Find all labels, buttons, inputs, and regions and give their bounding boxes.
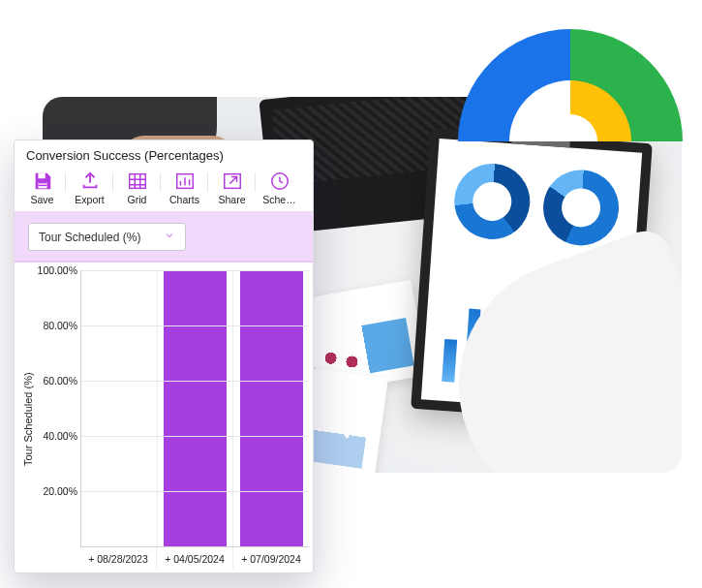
plot-grid: 20.00%40.00%60.00%80.00%100.00% [80,270,309,547]
x-tick-label[interactable]: + 07/09/2024 [233,547,309,569]
schedule-button[interactable]: Sche… [256,169,303,205]
y-tick-label: 40.00% [33,430,77,442]
charts-label: Charts [161,194,208,205]
x-tick-label[interactable]: + 08/28/2023 [80,547,157,569]
panel-title: Conversion Success (Percentages) [15,140,313,169]
x-axis: + 08/28/2023+ 04/05/2024+ 07/09/2024 [80,547,309,569]
panel-toolbar: Save Export Grid Charts Share [15,169,313,211]
bar[interactable] [164,270,227,546]
share-label: Share [208,194,256,205]
upload-icon [66,169,113,194]
grid-button[interactable]: Grid [113,169,161,205]
metric-select[interactable]: Tour Scheduled (%) [28,223,186,251]
charts-button[interactable]: Charts [161,169,208,205]
export-button[interactable]: Export [66,169,113,205]
decorative-half-donut-icon [458,29,683,141]
x-tick-label[interactable]: + 04/05/2024 [157,547,233,569]
chevron-down-icon [164,230,175,244]
filter-band: Tour Scheduled (%) [15,211,313,263]
plot: 20.00%40.00%60.00%80.00%100.00% + 08/28/… [36,270,309,569]
gridline [81,491,309,492]
share-icon [208,169,256,194]
y-tick-label: 100.00% [33,264,77,276]
bar-chart-icon [161,169,208,194]
svg-rect-4 [129,174,145,189]
y-axis-label: Tour Scheduled (%) [20,270,36,569]
save-label: Save [18,194,66,205]
clock-icon [256,169,303,194]
chart-area: Tour Scheduled (%) 20.00%40.00%60.00%80.… [15,263,313,573]
save-button[interactable]: Save [18,169,66,205]
metric-select-value: Tour Scheduled (%) [39,231,140,244]
bar-cell [158,270,234,546]
conversion-panel: Conversion Success (Percentages) Save Ex… [14,139,314,573]
svg-rect-0 [38,173,45,179]
gridline [81,270,309,271]
y-tick-label: 80.00% [33,320,77,331]
floppy-disk-icon [18,169,66,194]
bar[interactable] [240,270,303,546]
share-button[interactable]: Share [208,169,256,205]
y-tick-label: 60.00% [33,375,77,387]
svg-rect-3 [38,185,46,186]
y-tick-label: 20.00% [33,485,77,497]
schedule-label: Sche… [256,194,303,205]
bar-cell [81,270,158,546]
grid-label: Grid [113,194,161,205]
bar-cell [233,270,309,546]
gridline [81,325,309,326]
export-label: Export [66,194,113,205]
bars-container [81,270,309,546]
grid-icon [113,169,161,194]
gridline [81,436,309,437]
gridline [81,381,309,382]
svg-rect-2 [38,182,46,183]
